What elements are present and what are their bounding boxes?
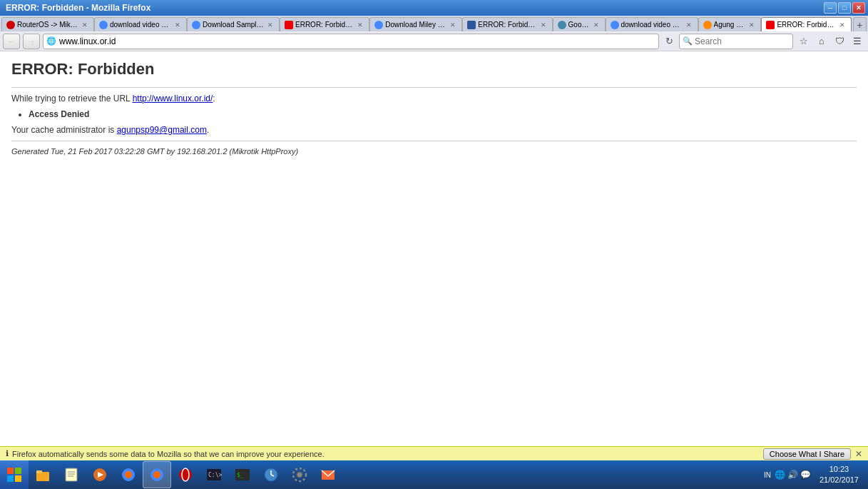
taskbar-mail-icon[interactable] bbox=[314, 461, 342, 488]
shield-icon[interactable]: 🛡 bbox=[832, 34, 847, 49]
taskbar-clock-app-icon[interactable] bbox=[257, 461, 285, 488]
taskbar-programs: C:\> $_ bbox=[29, 460, 762, 489]
forward-button[interactable]: → bbox=[23, 34, 40, 49]
mail-icon bbox=[320, 467, 336, 483]
notepad-icon bbox=[63, 467, 79, 483]
nav-bar: ← → 🌐 ↻ 🔍 ☆ ⌂ 🛡 ☰ bbox=[0, 31, 868, 51]
taskbar-firefox-active-icon[interactable] bbox=[143, 461, 171, 488]
favicon-tab7 bbox=[558, 21, 566, 29]
taskbar-clock[interactable]: 10:23 21/02/2017 bbox=[814, 464, 864, 486]
tray-icons: IN 🌐 🔊 💬 bbox=[762, 469, 812, 480]
taskbar-media-icon[interactable] bbox=[86, 461, 114, 488]
admin-email[interactable]: agunpsp99@gmail.com bbox=[117, 125, 207, 135]
tab-tab1[interactable]: RouterOS -> MikroTik -...✕ bbox=[1, 17, 94, 31]
search-container: 🔍 bbox=[679, 34, 793, 49]
svg-text:$_: $_ bbox=[237, 472, 244, 478]
nav-right-icons: ☆ ⌂ 🛡 ☰ bbox=[796, 34, 865, 49]
choose-share-button[interactable]: Choose What I Share bbox=[763, 448, 851, 460]
add-tab-button[interactable]: + bbox=[853, 17, 867, 31]
language-indicator[interactable]: IN bbox=[762, 469, 773, 480]
tab-tab5[interactable]: Download Miley Cy...✕ bbox=[369, 17, 462, 31]
refresh-button[interactable]: ↻ bbox=[662, 34, 676, 49]
close-button[interactable]: ✕ bbox=[852, 2, 865, 14]
cmd-icon: C:\> bbox=[206, 467, 222, 483]
tab-tab9[interactable]: Agung psp✕ bbox=[698, 17, 762, 31]
svg-rect-1 bbox=[15, 468, 21, 474]
taskbar-opera-icon[interactable] bbox=[171, 461, 200, 488]
taskbar-terminal-icon[interactable]: $_ bbox=[228, 461, 257, 488]
window-title: ERROR: Forbidden - Mozilla Firefox bbox=[3, 3, 150, 13]
back-button[interactable]: ← bbox=[3, 34, 20, 49]
notification-close-icon[interactable]: ✕ bbox=[855, 449, 862, 459]
tab-close-tab9[interactable]: ✕ bbox=[747, 21, 756, 29]
svg-rect-0 bbox=[7, 468, 14, 474]
notification-left: ℹ Firefox automatically sends some data … bbox=[6, 449, 325, 458]
search-icon: 🔍 bbox=[683, 36, 693, 46]
tab-tab8[interactable]: download video mk...✕ bbox=[606, 17, 698, 31]
tab-label-tab2: download video mk... bbox=[110, 21, 171, 29]
tab-label-tab6: ERROR: Forbidden bbox=[478, 21, 536, 29]
home-icon[interactable]: ⌂ bbox=[814, 34, 829, 49]
favicon-tab10 bbox=[766, 21, 775, 29]
taskbar-explorer-icon[interactable] bbox=[29, 461, 57, 488]
window-controls: ─ □ ✕ bbox=[824, 2, 865, 14]
tab-tab2[interactable]: download video mk...✕ bbox=[94, 17, 187, 31]
tab-tab3[interactable]: Download Sample ...✕ bbox=[187, 17, 280, 31]
svg-rect-5 bbox=[36, 470, 42, 473]
access-denied-item: Access Denied bbox=[29, 109, 857, 119]
tab-close-tab6[interactable]: ✕ bbox=[539, 21, 548, 29]
url-link[interactable]: http://www.linux.or.id/ bbox=[133, 94, 213, 104]
favicon-tab5 bbox=[374, 21, 383, 29]
url-suffix: : bbox=[213, 94, 215, 104]
tab-close-tab10[interactable]: ✕ bbox=[838, 21, 847, 29]
svg-rect-2 bbox=[7, 475, 14, 482]
opera-icon bbox=[178, 467, 193, 483]
retrieve-prefix: While trying to retrieve the URL bbox=[11, 94, 133, 104]
volume-tray-icon[interactable]: 🔊 bbox=[787, 469, 799, 480]
tab-tab4[interactable]: ERROR: Forbidden✕ bbox=[280, 17, 369, 31]
tab-close-tab8[interactable]: ✕ bbox=[685, 21, 693, 29]
taskbar-notepad-icon[interactable] bbox=[57, 461, 86, 488]
tab-label-tab7: Google bbox=[568, 21, 590, 29]
start-button[interactable] bbox=[0, 460, 29, 489]
tab-tab7[interactable]: Google✕ bbox=[553, 17, 606, 31]
url-input[interactable] bbox=[59, 36, 655, 46]
tab-close-tab7[interactable]: ✕ bbox=[592, 21, 601, 29]
tab-label-tab9: Agung psp bbox=[714, 21, 746, 29]
notification-tray-icon[interactable]: 💬 bbox=[800, 469, 812, 480]
taskbar-cmd-icon[interactable]: C:\> bbox=[200, 461, 228, 488]
svg-rect-3 bbox=[15, 475, 21, 482]
retrieve-line: While trying to retrieve the URL http://… bbox=[11, 94, 857, 104]
tab-label-tab4: ERROR: Forbidden bbox=[295, 21, 354, 29]
notification-right: Choose What I Share ✕ bbox=[763, 448, 862, 460]
notification-text: Firefox automatically sends some data to… bbox=[12, 450, 325, 458]
menu-icon[interactable]: ☰ bbox=[849, 34, 865, 49]
firefox-icon bbox=[121, 467, 136, 483]
tab-close-tab3[interactable]: ✕ bbox=[266, 21, 275, 29]
search-input[interactable] bbox=[695, 36, 802, 46]
svg-point-13 bbox=[125, 471, 132, 478]
favicon-tab9 bbox=[703, 21, 712, 29]
minimize-button[interactable]: ─ bbox=[824, 2, 837, 14]
page-content: ERROR: Forbidden While trying to retriev… bbox=[0, 51, 868, 446]
gear-icon bbox=[292, 467, 307, 483]
media-player-icon bbox=[92, 467, 108, 483]
taskbar-firefox-icon[interactable] bbox=[114, 461, 143, 488]
admin-suffix: . bbox=[207, 125, 209, 135]
notification-bar: ℹ Firefox automatically sends some data … bbox=[0, 446, 868, 460]
tab-close-tab2[interactable]: ✕ bbox=[173, 21, 182, 29]
top-divider bbox=[11, 87, 857, 88]
tab-close-tab1[interactable]: ✕ bbox=[81, 21, 89, 29]
tab-tab10[interactable]: ERROR: Forbidden✕ bbox=[761, 17, 851, 31]
favicon-tab4 bbox=[285, 21, 293, 29]
tab-close-tab5[interactable]: ✕ bbox=[449, 21, 457, 29]
tab-bar: RouterOS -> MikroTik -...✕download video… bbox=[0, 16, 868, 31]
maximize-button[interactable]: □ bbox=[838, 2, 851, 14]
taskbar-settings-icon[interactable] bbox=[285, 461, 314, 488]
tab-close-tab4[interactable]: ✕ bbox=[356, 21, 364, 29]
bottom-divider bbox=[11, 141, 857, 141]
tab-tab6[interactable]: ERROR: Forbidden✕ bbox=[462, 17, 552, 31]
url-bar-container: 🌐 bbox=[43, 34, 659, 49]
network-tray-icon[interactable]: 🌐 bbox=[775, 469, 786, 480]
bookmarks-icon[interactable]: ☆ bbox=[796, 34, 812, 49]
